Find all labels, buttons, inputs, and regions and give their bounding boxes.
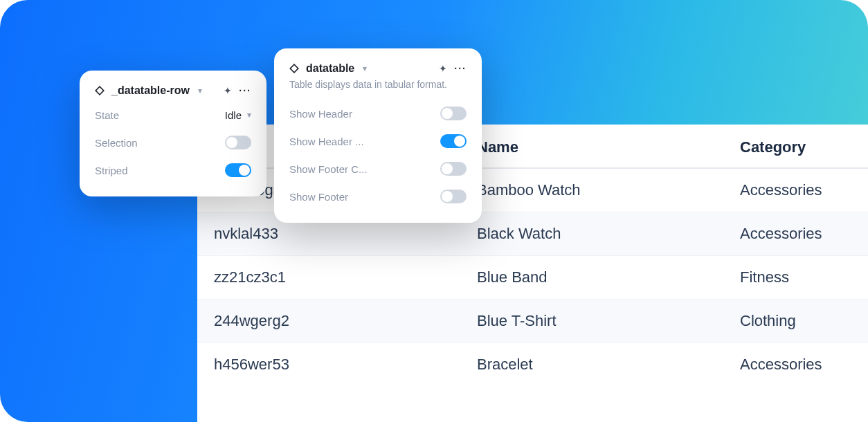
table-row[interactable]: 244wgerg2 Blue T-Shirt Clothing — [197, 299, 868, 342]
col-header-name[interactable]: Name — [477, 138, 740, 156]
panel-header: _datatable-row ▾ ✦ ··· — [95, 84, 251, 97]
prop-show-header: Show Header — [289, 100, 467, 127]
prop-label: Show Footer C... — [289, 163, 368, 175]
show-header-toggle[interactable] — [440, 107, 467, 120]
cell-category: Accessories — [740, 225, 822, 243]
cell-code: zz21cz3c1 — [214, 268, 477, 286]
cell-name: Bamboo Watch — [477, 181, 740, 199]
toggle-knob — [239, 165, 250, 176]
toggle-knob — [442, 191, 453, 202]
chevron-down-icon[interactable]: ▾ — [363, 64, 367, 73]
cell-category: Accessories — [740, 181, 822, 199]
panel-title[interactable]: _datatable-row — [111, 84, 190, 97]
prop-label: Striped — [95, 165, 128, 176]
table-row[interactable]: zz21cz3c1 Blue Band Fitness — [197, 255, 868, 299]
chevron-down-icon: ▾ — [247, 110, 251, 120]
toggle-knob — [454, 136, 465, 147]
prop-label: Show Header — [289, 108, 352, 120]
toggle-knob — [442, 163, 453, 174]
prop-label: Show Header ... — [289, 136, 364, 147]
variants-icon[interactable]: ✦ — [439, 63, 447, 74]
cell-name: Blue T-Shirt — [477, 312, 740, 330]
cell-code: h456wer53 — [214, 356, 477, 374]
selection-toggle[interactable] — [225, 136, 251, 149]
svg-rect-0 — [96, 86, 104, 95]
component-icon — [95, 86, 105, 95]
state-value: Idle — [225, 109, 242, 121]
properties-panel-table: datatable ▾ ✦ ··· Table displays data in… — [274, 48, 482, 223]
state-select[interactable]: Idle ▾ — [225, 109, 251, 121]
svg-rect-1 — [290, 64, 298, 73]
panel-subtitle: Table displays data in tabular format. — [289, 79, 467, 90]
toggle-knob — [442, 108, 453, 119]
show-footer-controls-toggle[interactable] — [440, 162, 467, 176]
table-row[interactable]: h456wer53 Bracelet Accessories — [197, 342, 868, 386]
toggle-knob — [226, 137, 237, 148]
prop-selection: Selection — [95, 129, 251, 156]
more-icon[interactable]: ··· — [454, 63, 467, 74]
striped-toggle[interactable] — [225, 163, 251, 177]
prop-show-header-trunc: Show Header ... — [289, 127, 467, 155]
show-footer-toggle[interactable] — [440, 190, 467, 203]
prop-label: State — [95, 109, 119, 121]
cell-name: Blue Band — [477, 268, 740, 286]
col-header-category[interactable]: Category — [740, 138, 806, 156]
prop-show-footer-c: Show Footer C... — [289, 155, 467, 183]
panel-title[interactable]: datatable — [306, 62, 354, 75]
cell-code: nvklal433 — [214, 225, 477, 243]
cell-code: 244wgerg2 — [214, 312, 477, 330]
panel-header: datatable ▾ ✦ ··· — [289, 62, 467, 75]
cell-category: Accessories — [740, 356, 822, 374]
component-icon — [289, 64, 299, 73]
prop-striped: Striped — [95, 156, 251, 184]
properties-panel-row: _datatable-row ▾ ✦ ··· State Idle ▾ Sele… — [80, 71, 266, 196]
chevron-down-icon[interactable]: ▾ — [198, 86, 202, 95]
cell-category: Fitness — [740, 268, 789, 286]
cell-category: Clothing — [740, 312, 796, 330]
cell-name: Black Watch — [477, 225, 740, 243]
more-icon[interactable]: ··· — [239, 85, 251, 96]
variants-icon[interactable]: ✦ — [224, 85, 232, 96]
show-header-controls-toggle[interactable] — [440, 134, 467, 148]
cell-name: Bracelet — [477, 356, 740, 374]
prop-show-footer: Show Footer — [289, 183, 467, 210]
prop-label: Show Footer — [289, 191, 348, 203]
prop-state: State Idle ▾ — [95, 101, 251, 129]
prop-label: Selection — [95, 137, 138, 149]
